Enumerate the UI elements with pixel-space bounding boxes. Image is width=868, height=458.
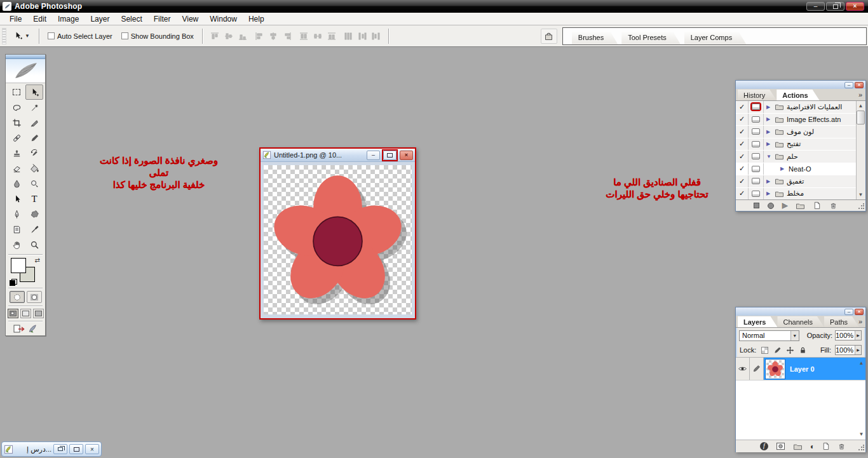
scroll-down-icon[interactable]: ▼ [857,191,865,199]
actions-scrollbar[interactable]: ▲ ▼ [856,101,865,199]
show-bounding-box-option[interactable]: Show Bounding Box [117,32,198,40]
tab-layers[interactable]: Layers [738,316,777,327]
action-set-row[interactable]: ✓ ▶العمليات الافتراضية [736,101,865,114]
fullscreen-menubar-button[interactable] [20,309,31,318]
layer-style-button[interactable]: f [760,442,768,450]
edit-in-imageready-button[interactable] [13,324,37,333]
tool-type[interactable]: T [25,191,43,206]
distribute-left-icon[interactable] [342,30,355,43]
resize-grip[interactable] [858,445,864,451]
fill-field[interactable]: 100% ▶ [835,345,862,355]
action-check-toggle[interactable]: ✓ [736,151,749,163]
align-right-icon[interactable] [281,30,294,43]
layers-scroll-down-icon[interactable]: ▼ [857,430,865,438]
file-browser-button[interactable] [541,29,557,44]
document-titlebar[interactable]: Untitled-1.png @ 10... – × [261,149,415,162]
stop-button[interactable] [754,203,759,208]
layer-name[interactable]: Layer 0 [790,365,815,373]
tool-hand[interactable] [8,237,25,252]
action-set-row[interactable]: ✓ ▶مخلط [736,188,865,201]
action-check-toggle[interactable]: ✓ [736,114,749,126]
expand-triangle-icon[interactable]: ▶ [766,178,772,184]
layer-edit-indicator[interactable] [750,358,764,380]
resize-grip[interactable] [858,203,864,210]
tool-eraser[interactable] [8,161,25,176]
default-colors-icon[interactable] [10,279,17,286]
opacity-spinner-icon[interactable]: ▶ [855,331,861,340]
add-mask-button[interactable] [776,442,785,450]
blend-mode-dropdown[interactable]: Normal ▼ [739,330,799,341]
current-tool-button[interactable]: ▼ [8,31,35,41]
menu-help[interactable]: Help [243,13,270,25]
action-dialog-toggle[interactable] [749,163,764,175]
tool-magic-wand[interactable] [25,100,43,115]
distribute-right-icon[interactable] [370,30,383,43]
new-action-button[interactable] [813,201,821,210]
doc-close-button[interactable]: × [400,151,413,160]
align-vertical-center-icon[interactable] [222,30,235,43]
expand-triangle-icon[interactable]: ▶ [766,104,772,110]
align-left-icon[interactable] [253,30,266,43]
delete-layer-button[interactable] [837,442,846,450]
expand-triangle-icon[interactable]: ▶ [766,129,772,135]
actions-close-button[interactable]: × [855,82,864,88]
layers-palette-titlebar[interactable]: – × [736,307,865,316]
document-canvas[interactable] [264,165,412,314]
swap-colors-icon[interactable]: ⇄ [35,257,40,264]
action-set-row[interactable]: ✓ ▶لون موف [736,126,865,138]
tab-history[interactable]: History [738,90,776,100]
action-check-toggle[interactable]: ✓ [736,138,749,151]
layer-row[interactable]: Layer 0 [736,358,865,381]
menu-window[interactable]: Window [204,13,243,25]
tool-dodge[interactable] [25,176,43,191]
align-bottom-icon[interactable] [236,30,249,43]
action-check-toggle[interactable]: ✓ [736,101,749,113]
doc-maximize-button[interactable] [383,151,397,160]
minimize-button[interactable]: – [806,2,825,11]
menu-view[interactable]: View [176,13,204,25]
action-dialog-toggle[interactable] [749,188,764,200]
align-horizontal-center-icon[interactable] [267,30,280,43]
action-set-row[interactable]: ✓ ▶تغميق [736,175,865,188]
layers-scroll-up-icon[interactable]: ▲ [857,359,865,367]
action-set-row[interactable]: ✓ ▼حلم [736,151,865,163]
lock-transparency-button[interactable] [760,346,769,354]
tool-dropdown-icon[interactable]: ▼ [25,33,30,39]
layers-minimize-button[interactable]: – [844,309,853,315]
scroll-thumb[interactable] [857,111,865,125]
trash-button[interactable] [829,201,837,210]
action-dialog-toggle[interactable] [749,126,764,138]
quick-mask-mode-button[interactable] [27,291,42,303]
scroll-up-icon[interactable]: ▲ [857,102,865,110]
actions-palette-titlebar[interactable]: – × [736,81,865,89]
menu-file[interactable]: File [4,13,27,25]
tool-history-brush[interactable] [25,145,43,161]
action-check-toggle[interactable]: ✓ [736,188,749,200]
distribute-top-icon[interactable] [297,30,310,43]
collapse-triangle-icon[interactable]: ▼ [766,154,772,159]
menu-select[interactable]: Select [115,13,147,25]
tab-tool-presets[interactable]: Tool Presets [621,32,681,44]
tab-paths[interactable]: Paths [824,316,859,327]
action-set-row[interactable]: ✓ ▶تفتيح [736,138,865,151]
new-group-button[interactable] [793,443,803,450]
opacity-value[interactable]: 100% [836,332,855,339]
action-set-row[interactable]: ✓ ▶Image Effects.atn [736,114,865,126]
fullscreen-button[interactable] [33,309,44,318]
lock-image-button[interactable] [773,346,782,354]
tool-zoom[interactable] [25,237,43,252]
layer-visibility-toggle[interactable] [736,358,750,380]
tab-brushes[interactable]: Brushes [572,32,618,44]
tool-notes[interactable] [8,222,25,237]
menu-edit[interactable]: Edit [27,13,52,25]
layer-thumbnail[interactable] [766,360,785,379]
tool-clone-stamp[interactable] [8,145,25,161]
opacity-field[interactable]: 100% ▶ [835,330,862,340]
play-button[interactable]: ▶ [782,201,787,210]
auto-select-checkbox[interactable] [48,32,55,39]
distribute-bottom-icon[interactable] [325,30,338,43]
tab-layer-comps[interactable]: Layer Comps [684,32,746,44]
action-check-toggle[interactable]: ✓ [736,163,749,175]
tool-paint-bucket[interactable] [25,161,43,176]
menu-image[interactable]: Image [52,13,85,25]
